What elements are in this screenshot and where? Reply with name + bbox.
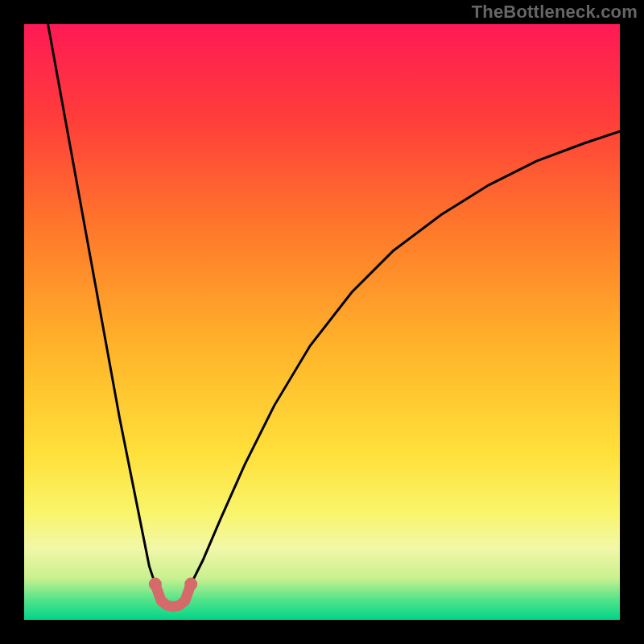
chart-svg	[24, 24, 620, 620]
watermark-text: TheBottleneck.com	[472, 2, 638, 23]
plot-area	[24, 24, 620, 620]
valley-endpoint-dot	[149, 578, 162, 591]
valley-endpoint-dot	[184, 578, 197, 591]
chart-frame: TheBottleneck.com	[0, 0, 644, 644]
gradient-background	[24, 24, 620, 620]
